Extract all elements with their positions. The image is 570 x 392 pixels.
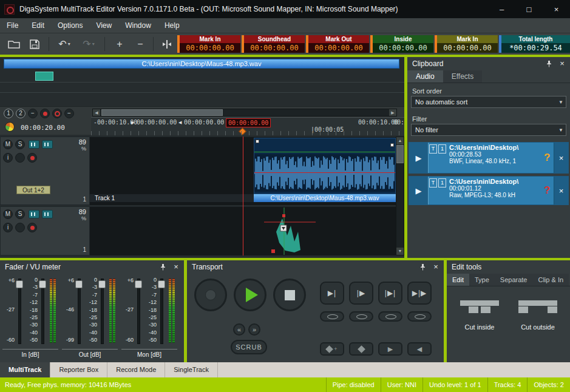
timeline-scrollbar[interactable]: ◀ ▶ — [92, 109, 397, 117]
tracks-scrollbar-thumb[interactable] — [396, 145, 404, 163]
fader-close-button[interactable]: × — [172, 262, 180, 271]
tab-singletrack[interactable]: SingleTrack — [165, 362, 218, 377]
close-button[interactable]: × — [543, 0, 570, 18]
timecode-value[interactable]: 00:00:00.00 — [244, 43, 305, 53]
clip-handle[interactable] — [390, 143, 394, 147]
track-1-name-bar[interactable]: Track 1 — [90, 194, 254, 202]
tab-separate[interactable]: Separate — [495, 274, 533, 286]
track-layout-1-button[interactable]: 1 — [4, 109, 13, 118]
track-2-record-arm-button[interactable] — [27, 223, 37, 232]
track-2-mute-button[interactable]: M — [3, 209, 13, 219]
tab-effects[interactable]: Effects — [443, 70, 482, 83]
forward-button[interactable]: » — [248, 323, 260, 336]
menu-options[interactable]: Options — [51, 18, 89, 33]
record-button[interactable] — [194, 279, 227, 311]
clipboard-item[interactable]: ▶ T 1 C:\Users\nin\Desktop\ 00:00:01.12 … — [409, 176, 569, 205]
menu-window[interactable]: Window — [118, 18, 158, 33]
fader-slider[interactable] — [98, 279, 106, 343]
timecode-value[interactable]: 00:00:00.00 — [373, 43, 433, 53]
scroll-up-button[interactable]: ▲ — [396, 137, 404, 144]
timeline-scrollbar-thumb[interactable] — [101, 109, 223, 116]
play-selection-button[interactable]: |▶| — [378, 282, 402, 305]
fader-slider[interactable] — [75, 279, 83, 343]
tab-clip-in[interactable]: Clip & In — [532, 274, 569, 286]
pin-icon[interactable] — [419, 263, 428, 272]
track-2-info-button[interactable]: i — [3, 223, 13, 232]
add-marker-button[interactable]: + — [320, 342, 344, 356]
zoom-in-button[interactable]: + — [112, 36, 127, 52]
cut-inside-button[interactable]: Cut inside — [452, 293, 507, 348]
loop-button[interactable] — [320, 311, 344, 322]
track-2-lock-button[interactable] — [15, 223, 25, 232]
remove-button[interactable]: − — [64, 109, 74, 118]
remove-item-button[interactable]: × — [554, 177, 568, 204]
remove-item-button[interactable]: × — [554, 143, 568, 173]
menu-file[interactable]: File — [0, 18, 25, 33]
play-to-mark-button[interactable]: ▶| — [320, 282, 344, 305]
fader-thumb[interactable] — [75, 280, 83, 288]
track-1-meter-alt-button[interactable] — [42, 140, 53, 149]
marker-button[interactable] — [349, 342, 373, 356]
track-1-output-selector[interactable]: Out 1+2 — [16, 186, 50, 194]
track-1-clip-label[interactable]: C:\Users\nin\Desktop\Maus-48.mp3.wav — [254, 194, 396, 202]
overview-clip[interactable] — [35, 72, 53, 81]
zoom-out-button[interactable]: − — [132, 36, 148, 52]
track-2-solo-button[interactable]: S — [15, 209, 25, 219]
track-1-record-arm-button[interactable] — [27, 153, 37, 163]
tab-record-mode[interactable]: Record Mode — [107, 362, 165, 377]
collapse-button[interactable]: − — [28, 109, 38, 118]
loop-button[interactable] — [349, 311, 373, 322]
tab-edit[interactable]: Edit — [447, 274, 469, 286]
record-pause-button[interactable] — [52, 109, 62, 118]
scrub-button[interactable]: SCRUB — [231, 340, 267, 354]
play-button[interactable] — [234, 279, 266, 311]
loop-button[interactable] — [407, 311, 432, 322]
overview-file-bar[interactable]: C:\Users\nin\Desktop\Maus-48.mp3.wav — [4, 59, 399, 69]
playhead-diamond-icon[interactable] — [239, 127, 246, 135]
timecode-value[interactable]: 00:00:00.00 — [437, 43, 498, 53]
fader-thumb[interactable] — [98, 280, 106, 288]
stop-button[interactable] — [273, 279, 306, 311]
maximize-button[interactable]: □ — [515, 0, 543, 18]
track-layout-2-button[interactable]: 2 — [16, 109, 25, 118]
clip-gain-line[interactable] — [254, 152, 395, 152]
fader-thumb[interactable] — [135, 280, 142, 288]
clipboard-item[interactable]: ▶ T 1 C:\Users\nin\Desktop\ 00:00:28.53 … — [409, 142, 569, 174]
minimize-button[interactable]: – — [488, 0, 515, 18]
track-1-meter-button[interactable] — [29, 140, 39, 149]
clipboard-close-button[interactable]: × — [558, 59, 566, 67]
track-2-clip[interactable] — [264, 208, 331, 255]
fader-thumb[interactable] — [39, 280, 46, 288]
pin-icon[interactable] — [546, 60, 554, 69]
fader-slider[interactable] — [158, 279, 165, 343]
open-button[interactable] — [6, 36, 22, 52]
fader-thumb[interactable] — [16, 280, 23, 288]
track-1-clip[interactable] — [254, 138, 396, 194]
sort-order-select[interactable]: No automatic sort ▼ — [411, 96, 566, 108]
tab-multitrack[interactable]: MultiTrack — [0, 362, 50, 377]
tracks-scrollbar[interactable]: ▲ ▼ — [396, 137, 404, 255]
pin-icon[interactable] — [160, 263, 168, 272]
clip-handle[interactable] — [256, 140, 259, 143]
jog-wheel-icon[interactable] — [5, 122, 15, 132]
rewind-button[interactable]: « — [233, 323, 245, 336]
play-around-button[interactable]: ▶|▶ — [407, 282, 432, 305]
fader-thumb[interactable] — [158, 280, 165, 288]
track-1-solo-button[interactable]: S — [15, 140, 25, 149]
timecode-value[interactable]: *00:00:29.54 — [501, 43, 570, 53]
next-marker-button[interactable]: ▶ — [378, 342, 402, 356]
undo-button[interactable]: ↶ ▾ — [55, 36, 74, 52]
timeline-ruler[interactable]: -00:00:10.00 ▶ 00:00:00.00 ◀ 00:00:00.00… — [91, 117, 404, 135]
transport-close-button[interactable]: × — [432, 262, 440, 271]
track-2-meter-alt-button[interactable] — [42, 210, 53, 218]
tab-audio[interactable]: Audio — [407, 70, 443, 83]
menu-edit[interactable]: Edit — [25, 18, 51, 33]
play-item-button[interactable]: ▶ — [409, 143, 429, 173]
timecode-value[interactable]: 00:00:00.00 — [180, 43, 240, 53]
scroll-right-button[interactable]: ▶ — [389, 109, 396, 116]
playhead[interactable] — [243, 137, 243, 255]
scroll-left-button[interactable]: ◀ — [93, 109, 100, 116]
track-1-info-button[interactable]: i — [3, 153, 13, 163]
track-1-mute-button[interactable]: M — [3, 140, 13, 149]
fader-slider[interactable] — [135, 279, 142, 343]
